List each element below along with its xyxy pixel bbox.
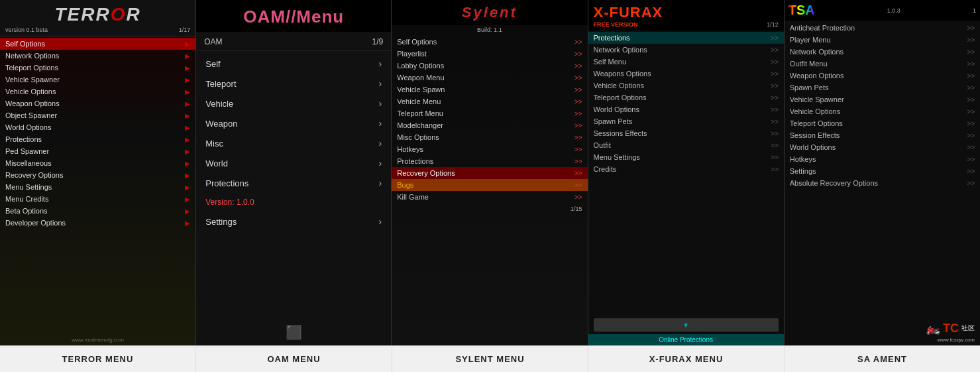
terror-item-label: Ped Spawner bbox=[5, 147, 49, 155]
xfurax-arrow: >> bbox=[771, 82, 779, 90]
sylent-item-hotkeys[interactable]: Hotkeys >> bbox=[392, 143, 587, 155]
xfurax-online-protections[interactable]: Online Protections bbox=[588, 334, 784, 345]
oam-item-world[interactable]: World › bbox=[196, 153, 391, 173]
sylent-arrow: >> bbox=[574, 98, 582, 105]
terror-menu-item-protections[interactable]: Protections ▶ bbox=[0, 133, 195, 145]
terror-menu-item-misc[interactable]: Miscellaneous ▶ bbox=[0, 157, 195, 169]
sa-item-weapon[interactable]: Weapon Options >> bbox=[785, 70, 980, 82]
sa-item-network[interactable]: Network Options >> bbox=[785, 46, 980, 58]
sa-item-hotkeys[interactable]: Hotkeys >> bbox=[785, 153, 980, 165]
terror-menu-item-developer[interactable]: Developer Options ▶ bbox=[0, 217, 195, 229]
sylent-item-self[interactable]: Self Options >> bbox=[392, 36, 587, 48]
oam-panel: OAM//Menu OAM 1/9 Self › Teleport › Vehi… bbox=[196, 0, 392, 345]
oam-item-teleport[interactable]: Teleport › bbox=[196, 74, 391, 93]
oam-arrow: › bbox=[379, 158, 382, 168]
xfurax-item-world[interactable]: World Options >> bbox=[588, 103, 784, 115]
sa-item-world[interactable]: World Options >> bbox=[785, 141, 980, 153]
oam-item-settings[interactable]: Settings › bbox=[196, 212, 391, 231]
xfurax-item-teleport[interactable]: Teleport Options >> bbox=[588, 92, 784, 103]
oam-item-self[interactable]: Self › bbox=[196, 54, 391, 74]
sylent-item-protections[interactable]: Protections >> bbox=[392, 155, 587, 167]
xfurax-arrow: >> bbox=[771, 46, 779, 54]
oam-item-misc[interactable]: Misc › bbox=[196, 133, 391, 153]
oam-header: OAM//Menu bbox=[196, 0, 391, 33]
terror-menu-item-world[interactable]: World Options ▶ bbox=[0, 121, 195, 133]
xfurax-scroll-down[interactable]: ▾ bbox=[594, 318, 779, 332]
sa-item-session[interactable]: Session Effects >> bbox=[785, 129, 980, 141]
sa-item-vehicle-spawner[interactable]: Vehicle Spawner >> bbox=[785, 93, 980, 105]
sa-item-outfit[interactable]: Outfit Menu >> bbox=[785, 58, 980, 70]
terror-menu-item-self[interactable]: Self Options ▶ bbox=[0, 38, 195, 50]
sa-arrow: >> bbox=[967, 25, 975, 32]
xfurax-item-credits[interactable]: Credits >> bbox=[588, 163, 784, 175]
sa-item-teleport[interactable]: Teleport Options >> bbox=[785, 117, 980, 129]
sylent-item-misc[interactable]: Misc Options >> bbox=[392, 131, 587, 143]
label-sylent: SYLENT MENU bbox=[392, 345, 588, 372]
sa-item-settings[interactable]: Settings >> bbox=[785, 165, 980, 177]
sylent-item-vehicle-spawn[interactable]: Vehicle Spawn >> bbox=[392, 84, 587, 95]
terror-item-label: Menu Settings bbox=[5, 183, 52, 191]
sylent-item-killgame[interactable]: Kill Game >> bbox=[392, 191, 587, 203]
terror-menu-item-network[interactable]: Network Options ▶ bbox=[0, 50, 195, 62]
xfurax-counter: 1/12 bbox=[767, 21, 779, 28]
sylent-item-playerlist[interactable]: Playerlist >> bbox=[392, 48, 587, 60]
xfurax-item-label: Self Menu bbox=[594, 58, 627, 66]
sylent-item-modelchanger[interactable]: Modelchanger >> bbox=[392, 119, 587, 131]
terror-item-label: Network Options bbox=[5, 52, 59, 60]
terror-arrow: ▶ bbox=[185, 88, 190, 95]
tc-helmet-icon: 🏍️ bbox=[926, 321, 940, 336]
sylent-item-teleport[interactable]: Teleport Menu >> bbox=[392, 107, 587, 119]
xfurax-item-self[interactable]: Self Menu >> bbox=[588, 56, 784, 68]
terror-menu-item-vehicle-spawner[interactable]: Vehicle Spawner ▶ bbox=[0, 74, 195, 86]
sylent-item-weapon[interactable]: Weapon Menu >> bbox=[392, 72, 587, 84]
terror-menu-item-teleport[interactable]: Teleport Options ▶ bbox=[0, 62, 195, 74]
xfurax-menu-list: Protections >> Network Options >> Self M… bbox=[588, 31, 784, 176]
sylent-item-recovery[interactable]: Recovery Options >> bbox=[392, 167, 587, 179]
xfurax-item-label: Network Options bbox=[594, 46, 647, 54]
xfurax-item-outfit[interactable]: Outfit >> bbox=[588, 139, 784, 151]
sylent-item-label: Vehicle Spawn bbox=[397, 86, 445, 93]
terror-menu-item-beta[interactable]: Beta Options ▶ bbox=[0, 205, 195, 217]
sa-item-anticheat[interactable]: Anticheat Protection >> bbox=[785, 22, 980, 34]
xfurax-item-spawn-pets[interactable]: Spawn Pets >> bbox=[588, 115, 784, 127]
xfurax-item-vehicle[interactable]: Vehicle Options >> bbox=[588, 80, 784, 92]
oam-version-label: Version: 1.0.0 bbox=[205, 198, 254, 207]
sa-item-vehicle-options[interactable]: Vehicle Options >> bbox=[785, 105, 980, 117]
sa-item-player[interactable]: Player Menu >> bbox=[785, 34, 980, 46]
xfurax-item-sessions[interactable]: Sessions Effects >> bbox=[588, 127, 784, 139]
sylent-arrow: >> bbox=[574, 134, 582, 141]
terror-menu-item-credits[interactable]: Menu Credits ▶ bbox=[0, 193, 195, 205]
sylent-item-label: Weapon Menu bbox=[397, 74, 444, 82]
labels-row: TERROR MENU OAM MENU SYLENT MENU X-FURAX… bbox=[0, 345, 980, 372]
sylent-arrow: >> bbox=[574, 86, 582, 93]
sa-item-label: Outfit Menu bbox=[790, 60, 828, 68]
sa-footer: 🏍️ TC 社区 www.tcsqw.com bbox=[785, 318, 980, 345]
sylent-item-label: Misc Options bbox=[397, 133, 439, 141]
terror-menu-item-object[interactable]: Object Spawner ▶ bbox=[0, 109, 195, 121]
terror-arrow: ▶ bbox=[185, 172, 190, 179]
xfurax-item-menu-settings[interactable]: Menu Settings >> bbox=[588, 151, 784, 163]
sa-arrow: >> bbox=[967, 108, 975, 115]
sylent-item-lobby[interactable]: Lobby Options >> bbox=[392, 60, 587, 72]
terror-menu-item-recovery[interactable]: Recovery Options ▶ bbox=[0, 169, 195, 181]
xfurax-item-network[interactable]: Network Options >> bbox=[588, 44, 784, 56]
sylent-item-vehicle-menu[interactable]: Vehicle Menu >> bbox=[392, 95, 587, 107]
sa-item-label: Settings bbox=[790, 167, 816, 175]
oam-item-label: Weapon bbox=[205, 119, 237, 129]
tc-label: TC bbox=[943, 322, 959, 336]
terror-arrow: ▶ bbox=[185, 112, 190, 119]
sylent-item-bugs[interactable]: Bugs >> bbox=[392, 179, 587, 191]
xbox-icon: ⬛ bbox=[286, 325, 302, 340]
xfurax-arrow: >> bbox=[771, 106, 779, 113]
xfurax-item-weapons[interactable]: Weapons Options >> bbox=[588, 68, 784, 80]
sa-item-recovery[interactable]: Absolute Recovery Options >> bbox=[785, 177, 980, 189]
terror-menu-item-weapon[interactable]: Weapon Options ▶ bbox=[0, 97, 195, 109]
oam-item-vehicle[interactable]: Vehicle › bbox=[196, 93, 391, 113]
terror-menu-item-vehicle-options[interactable]: Vehicle Options ▶ bbox=[0, 86, 195, 97]
xfurax-item-protections[interactable]: Protections >> bbox=[588, 32, 784, 44]
oam-item-protections[interactable]: Protections › bbox=[196, 173, 391, 193]
oam-item-weapon[interactable]: Weapon › bbox=[196, 113, 391, 133]
sa-item-spawn-pets[interactable]: Spawn Pets >> bbox=[785, 82, 980, 93]
terror-menu-item-ped[interactable]: Ped Spawner ▶ bbox=[0, 145, 195, 157]
terror-menu-item-menu-settings[interactable]: Menu Settings ▶ bbox=[0, 181, 195, 193]
